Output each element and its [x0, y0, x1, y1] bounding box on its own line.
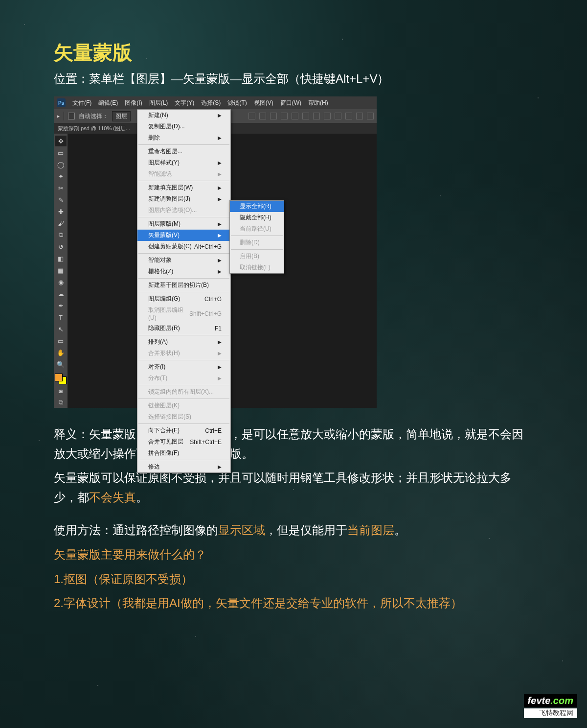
gradient-tool-icon[interactable]: ▦	[55, 265, 67, 276]
distribute-icon[interactable]	[324, 113, 331, 119]
menu-item[interactable]: 新建调整图层(J)▶	[137, 193, 230, 205]
crop-tool-icon[interactable]: ✂	[55, 183, 67, 193]
menu-item[interactable]: 图层样式(Y)▶	[137, 157, 230, 168]
menu-select[interactable]: 选择(S)	[201, 99, 221, 107]
page-title: 矢量蒙版	[54, 39, 533, 66]
blur-tool-icon[interactable]: ◉	[55, 277, 67, 287]
menu-image[interactable]: 图像(I)	[125, 99, 142, 107]
question-heading: 矢量蒙版主要用来做什么的？	[54, 545, 533, 564]
shape-tool-icon[interactable]: ▭	[55, 335, 67, 346]
eyedropper-tool-icon[interactable]: ✎	[55, 194, 67, 205]
align-icon[interactable]	[302, 113, 309, 119]
menu-item[interactable]: 矢量蒙版(V)▶	[137, 230, 230, 241]
menu-item[interactable]: 删除▶	[137, 132, 230, 143]
hand-tool-icon[interactable]: ✋	[55, 347, 67, 358]
answer-1: 1.抠图（保证原图不受损）	[54, 569, 533, 589]
menu-item: 链接图层(K)	[137, 400, 230, 411]
menu-item[interactable]: 隐藏图层(R)F1	[137, 323, 230, 334]
distribute-icon[interactable]	[313, 113, 320, 119]
submenu-item[interactable]: 隐藏全部(H)	[230, 212, 284, 223]
distribute-icon[interactable]	[356, 113, 363, 119]
menu-item[interactable]: 修边▶	[137, 461, 230, 472]
menu-item: 选择链接图层(S)	[137, 411, 230, 423]
align-icon[interactable]	[292, 113, 298, 119]
menu-window[interactable]: 窗口(W)	[280, 99, 301, 107]
fg-color-swatch[interactable]	[55, 374, 63, 381]
stamp-tool-icon[interactable]: ⧉	[55, 230, 67, 240]
menu-item: 取消图层编组(U)Shift+Ctrl+G	[137, 305, 230, 323]
auto-select-label: 自动选择：	[79, 112, 108, 120]
highlight-no-distort: 不会失真	[89, 491, 136, 504]
menu-filter[interactable]: 滤镜(T)	[227, 99, 247, 107]
align-icon[interactable]	[248, 113, 255, 119]
history-brush-icon[interactable]: ↺	[55, 241, 67, 252]
eraser-tool-icon[interactable]: ◧	[55, 253, 67, 264]
menu-item[interactable]: 合并可见图层Shift+Ctrl+E	[137, 436, 230, 447]
watermark: fevte.com 飞特教程网	[524, 694, 577, 718]
auto-select-checkbox[interactable]	[68, 113, 75, 119]
location-text: 位置：菜单栏【图层】—矢量蒙版—显示全部（快捷键Alt+L+V）	[54, 71, 533, 87]
menu-item[interactable]: 排列(A)▶	[137, 336, 230, 348]
menu-item: 智能滤镜▶	[137, 168, 230, 180]
marquee-tool-icon[interactable]: ▭	[55, 147, 67, 158]
menu-item[interactable]: 对齐(I)▶	[137, 361, 230, 373]
align-icon[interactable]	[259, 113, 266, 119]
move-cursor-icon: ▸	[57, 113, 60, 119]
menu-item: 图层内容选项(O)...	[137, 205, 230, 216]
menu-file[interactable]: 文件(F)	[72, 99, 91, 107]
text-tool-icon[interactable]: T	[55, 312, 67, 323]
menu-layer[interactable]: 图层(L)	[149, 99, 168, 107]
path-tool-icon[interactable]: ↖	[55, 324, 67, 334]
align-icon[interactable]	[270, 113, 277, 119]
align-icon[interactable]	[281, 113, 288, 119]
menu-item[interactable]: 新建填充图层(W)▶	[137, 182, 230, 193]
menu-edit[interactable]: 编辑(E)	[98, 99, 118, 107]
ps-logo-icon: Ps	[57, 98, 66, 107]
dodge-tool-icon[interactable]: ☁	[55, 288, 67, 299]
answer-2: 2.字体设计（我都是用AI做的，矢量文件还是交给专业的软件，所以不太推荐）	[54, 593, 533, 613]
layer-dropdown-menu: 新建(N)▶复制图层(D)...删除▶重命名图层...图层样式(Y)▶智能滤镜▶…	[137, 109, 231, 473]
menu-item[interactable]: 图层编组(G)Ctrl+G	[137, 293, 230, 305]
submenu-item: 启用(B)	[230, 251, 284, 262]
menu-help[interactable]: 帮助(H)	[308, 99, 328, 107]
menu-item[interactable]: 新建(N)▶	[137, 110, 230, 121]
submenu-item: 取消链接(L)	[230, 262, 284, 273]
pen-tool-icon[interactable]: ✒	[55, 300, 67, 311]
menu-item: 分布(T)▶	[137, 373, 230, 384]
menu-item[interactable]: 拼合图像(F)	[137, 447, 230, 459]
menu-item[interactable]: 栅格化(Z)▶	[137, 266, 230, 277]
usage-text: 使用方法：通过路径控制图像的显示区域，但是仅能用于当前图层。	[54, 520, 533, 540]
distribute-icon[interactable]	[345, 113, 352, 119]
submenu-item: 删除(D)	[230, 237, 284, 248]
distribute-icon[interactable]	[367, 113, 374, 119]
menu-item[interactable]: 复制图层(D)...	[137, 121, 230, 132]
move-tool-icon[interactable]: ✥	[55, 136, 67, 146]
heal-tool-icon[interactable]: ✚	[55, 206, 67, 217]
menu-view[interactable]: 视图(V)	[254, 99, 273, 107]
highlight-display-area: 显示区域	[218, 523, 265, 537]
menu-text[interactable]: 文字(Y)	[175, 99, 194, 107]
definition-text: 释义：矢量蒙版，也叫做路径蒙版，是可以任意放大或缩小的蒙版，简单地说，就是不会因…	[54, 424, 533, 463]
color-swatches[interactable]	[55, 374, 67, 384]
lasso-tool-icon[interactable]: ◯	[55, 159, 67, 170]
menu-item[interactable]: 智能对象▶	[137, 255, 230, 266]
auto-select-target[interactable]: 图层	[112, 111, 131, 121]
zoom-tool-icon[interactable]: 🔍	[55, 359, 67, 370]
screenmode-icon[interactable]: ⧉	[55, 397, 67, 408]
menu-item: 合并形状(H)▶	[137, 348, 230, 359]
vector-mask-submenu: 显示全部(R)隐藏全部(H)当前路径(U)删除(D)启用(B)取消链接(L)	[229, 200, 284, 274]
menu-item[interactable]: 重命名图层...	[137, 146, 230, 157]
menu-item[interactable]: 新建基于图层的切片(B)	[137, 280, 230, 291]
menu-item[interactable]: 向下合并(E)Ctrl+E	[137, 425, 230, 436]
feature-text: 矢量蒙版可以保证原图不受损，并且可以随时用钢笔工具修改形状；并且形状无论拉大多少…	[54, 468, 533, 507]
tools-panel: ✥ ▭ ◯ ✦ ✂ ✎ ✚ 🖌 ⧉ ↺ ◧ ▦ ◉ ☁ ✒ T ↖ ▭ ✋ 🔍	[54, 134, 68, 408]
menu-item[interactable]: 创建剪贴蒙版(C)Alt+Ctrl+G	[137, 241, 230, 252]
brush-tool-icon[interactable]: 🖌	[55, 218, 67, 229]
menu-item: 锁定组内的所有图层(X)...	[137, 386, 230, 398]
submenu-item[interactable]: 显示全部(R)	[230, 201, 284, 212]
article-body: 释义：矢量蒙版，也叫做路径蒙版，是可以任意放大或缩小的蒙版，简单地说，就是不会因…	[54, 424, 533, 613]
wand-tool-icon[interactable]: ✦	[55, 171, 67, 182]
distribute-icon[interactable]	[335, 113, 341, 119]
menu-item[interactable]: 图层蒙版(M)▶	[137, 218, 230, 230]
quickmask-icon[interactable]: ◙	[55, 385, 67, 396]
